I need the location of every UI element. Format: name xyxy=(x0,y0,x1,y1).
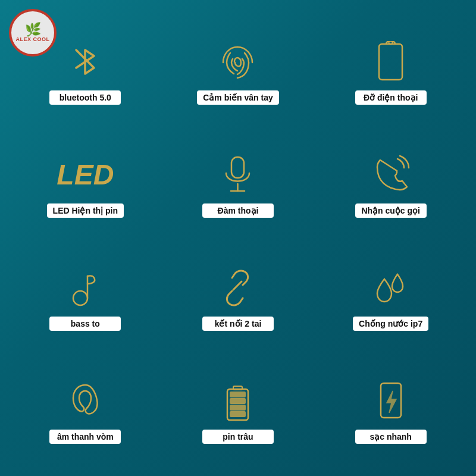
feature-call: Nhận cuộc gọi xyxy=(317,131,464,238)
led-text: LED xyxy=(57,161,114,189)
phone-holder-icon xyxy=(374,41,407,83)
feature-connect: kết nối 2 tai xyxy=(165,244,312,351)
phone-holder-label: Đỡ điện thoại xyxy=(355,90,427,105)
logo: 🌿 ALEX COOL xyxy=(9,9,57,57)
bass-label: bass to xyxy=(49,317,121,331)
battery-label: pin trâu xyxy=(202,430,274,444)
fast-charge-icon xyxy=(376,380,406,422)
call-icon xyxy=(371,154,410,196)
surround-label: âm thanh vòm xyxy=(49,430,121,444)
call-icon-area xyxy=(371,151,410,199)
fingerprint-icon-area xyxy=(218,38,257,86)
fast-charge-icon-area xyxy=(376,377,406,425)
feature-fingerprint: Cảm biến vân tay xyxy=(165,18,312,125)
svg-rect-0 xyxy=(379,44,402,80)
main-container: 🌿 ALEX COOL bluetooth 5.0 xyxy=(0,0,476,476)
feature-led: LED LED Hiện thị pin xyxy=(12,131,159,238)
svg-rect-10 xyxy=(230,392,245,397)
bluetooth-label: bluetooth 5.0 xyxy=(49,90,121,105)
microphone-label: Đàm thoại xyxy=(202,203,274,218)
feature-microphone: Đàm thoại xyxy=(165,131,312,238)
waterproof-label: Chống nước ip7 xyxy=(353,317,428,331)
link-icon xyxy=(220,267,256,309)
svg-point-5 xyxy=(73,291,87,305)
feature-phone-holder: Đỡ điện thoại xyxy=(317,18,464,125)
surround-icon-area xyxy=(67,377,103,425)
logo-icon: 🌿 xyxy=(25,23,41,36)
waterproof-icon-area xyxy=(371,264,410,312)
feature-fast-charge: sạc nhanh xyxy=(317,357,464,464)
phone-holder-icon-area xyxy=(374,38,407,86)
battery-icon-area xyxy=(221,377,254,425)
microphone-icon xyxy=(221,154,254,196)
feature-waterproof: Chống nước ip7 xyxy=(317,244,464,351)
microphone-icon-area xyxy=(221,151,254,199)
svg-rect-12 xyxy=(230,405,245,410)
logo-text: ALEX COOL xyxy=(15,36,49,42)
led-icon-area: LED xyxy=(57,151,114,199)
battery-icon xyxy=(221,380,254,422)
bass-icon-area xyxy=(67,264,103,312)
led-label: LED Hiện thị pin xyxy=(47,203,124,218)
svg-rect-9 xyxy=(233,386,242,390)
svg-line-7 xyxy=(233,281,242,290)
svg-rect-13 xyxy=(230,412,245,416)
ear-icon xyxy=(67,380,103,422)
connect-icon-area xyxy=(220,264,256,312)
bluetooth-icon xyxy=(67,41,103,83)
feature-bass: bass to xyxy=(12,244,159,351)
bluetooth-icon-area xyxy=(67,38,103,86)
feature-surround: âm thanh vòm xyxy=(12,357,159,464)
fingerprint-icon xyxy=(218,41,257,83)
fast-charge-label: sạc nhanh xyxy=(355,430,427,444)
svg-rect-11 xyxy=(230,399,245,403)
svg-rect-2 xyxy=(231,157,244,178)
fingerprint-label: Cảm biến vân tay xyxy=(197,90,279,105)
connect-label: kết nối 2 tai xyxy=(202,317,274,331)
music-icon xyxy=(67,267,103,309)
feature-battery: pin trâu xyxy=(165,357,312,464)
call-label: Nhận cuộc gọi xyxy=(355,203,427,218)
water-icon xyxy=(371,267,410,309)
features-grid: bluetooth 5.0 Cảm biến vân tay xyxy=(12,12,464,464)
